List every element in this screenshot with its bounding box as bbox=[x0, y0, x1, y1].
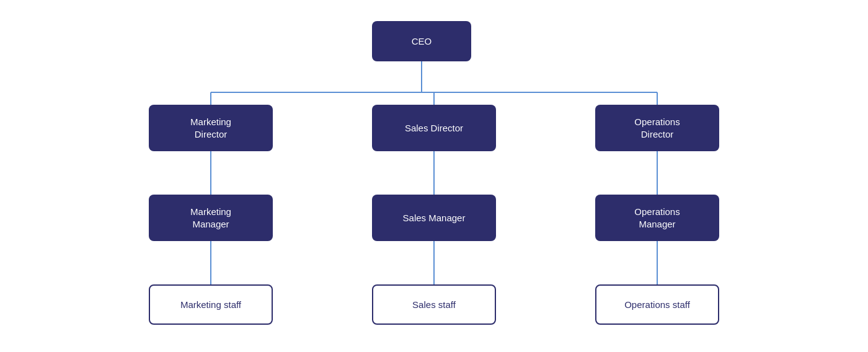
node-ceo[interactable]: CEO bbox=[372, 21, 471, 61]
node-marketing-director-label: MarketingDirector bbox=[190, 116, 231, 140]
node-operations-staff-label: Operations staff bbox=[624, 299, 690, 311]
node-marketing-staff-label: Marketing staff bbox=[180, 299, 241, 311]
node-ceo-label: CEO bbox=[412, 35, 432, 48]
node-sales-director[interactable]: Sales Director bbox=[372, 105, 496, 151]
org-chart: CEO MarketingDirector Sales Director Ope… bbox=[93, 9, 775, 343]
nodes-layer: CEO MarketingDirector Sales Director Ope… bbox=[93, 9, 775, 343]
node-operations-staff[interactable]: Operations staff bbox=[595, 284, 719, 325]
node-marketing-staff[interactable]: Marketing staff bbox=[149, 284, 273, 325]
node-sales-manager[interactable]: Sales Manager bbox=[372, 195, 496, 241]
node-operations-director[interactable]: OperationsDirector bbox=[595, 105, 719, 151]
node-marketing-manager[interactable]: MarketingManager bbox=[149, 195, 273, 241]
node-operations-manager[interactable]: OperationsManager bbox=[595, 195, 719, 241]
node-operations-manager-label: OperationsManager bbox=[634, 206, 680, 230]
node-sales-staff[interactable]: Sales staff bbox=[372, 284, 496, 325]
node-sales-director-label: Sales Director bbox=[405, 122, 463, 134]
node-marketing-director[interactable]: MarketingDirector bbox=[149, 105, 273, 151]
node-sales-staff-label: Sales staff bbox=[412, 299, 456, 311]
node-marketing-manager-label: MarketingManager bbox=[190, 206, 231, 230]
node-operations-director-label: OperationsDirector bbox=[634, 116, 680, 140]
node-sales-manager-label: Sales Manager bbox=[403, 212, 466, 224]
